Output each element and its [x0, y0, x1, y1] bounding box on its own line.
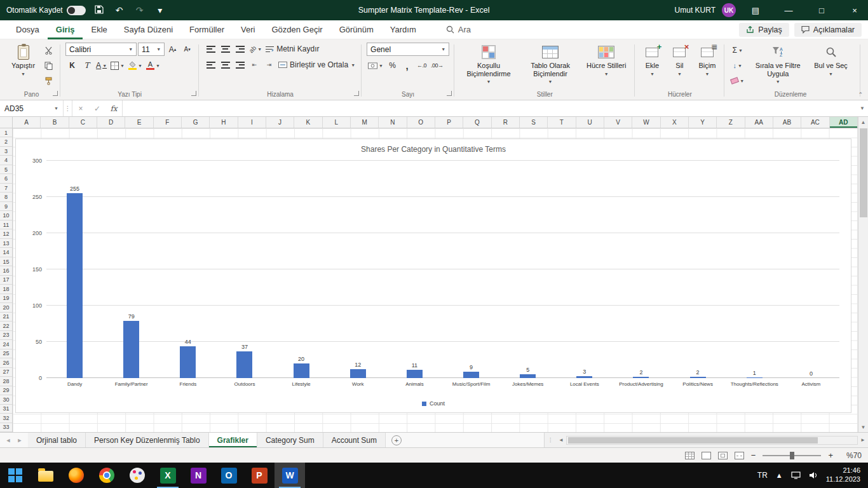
- chart-bar[interactable]: 2: [690, 377, 706, 378]
- row-header-11[interactable]: 11: [0, 220, 12, 229]
- ribbon-tab-g-zden-ge-ir[interactable]: Gözden Geçir: [263, 20, 330, 39]
- volume-icon[interactable]: [809, 471, 818, 479]
- copy-icon[interactable]: [42, 59, 55, 72]
- align-middle-icon[interactable]: [219, 43, 232, 55]
- sheet-tab-orjinal-tablo[interactable]: Orjinal tablo: [28, 433, 86, 447]
- cell-styles-button[interactable]: Hücre Stilleri ▼: [583, 43, 630, 79]
- ribbon-display-options-icon[interactable]: ▤: [742, 0, 769, 20]
- chart-bar[interactable]: 44: [180, 346, 196, 378]
- scroll-right-icon[interactable]: ►: [858, 437, 868, 443]
- row-header-8[interactable]: 8: [0, 193, 12, 201]
- merge-center-button[interactable]: Birleştir ve Ortala ▼: [277, 58, 356, 71]
- delete-cells-button[interactable]: Sil ▼: [667, 43, 691, 79]
- scroll-left-icon[interactable]: ◄: [556, 437, 566, 443]
- network-icon[interactable]: [791, 471, 801, 479]
- column-header-ac[interactable]: AC: [801, 117, 829, 128]
- insert-function-icon[interactable]: fx: [105, 100, 122, 116]
- row-header-28[interactable]: 28: [0, 377, 12, 386]
- redo-icon[interactable]: ↷: [133, 5, 147, 15]
- row-header-30[interactable]: 30: [0, 395, 12, 404]
- hidden-icons-chevron[interactable]: ▲: [776, 471, 783, 479]
- row-header-3[interactable]: 3: [0, 147, 12, 156]
- chart-bar[interactable]: 12: [350, 369, 366, 378]
- column-header-w[interactable]: W: [632, 117, 660, 128]
- customize-toolbar-icon[interactable]: ▾: [153, 5, 167, 15]
- ribbon-tab-sayfa-d-zeni[interactable]: Sayfa Düzeni: [116, 20, 181, 39]
- row-header-22[interactable]: 22: [0, 322, 12, 330]
- fill-color-button[interactable]: ▼: [127, 59, 144, 72]
- column-header-k[interactable]: K: [294, 117, 322, 128]
- save-icon[interactable]: [92, 5, 106, 16]
- vertical-scroll-thumb[interactable]: [860, 128, 867, 217]
- autosum-button[interactable]: Σ▼: [729, 44, 745, 57]
- sheet-tab-category-sum[interactable]: Category Sum: [257, 433, 323, 447]
- taskbar-app-file-explorer[interactable]: [31, 463, 61, 488]
- sheet-canvas[interactable]: Shares Per Category in Quantitative Term…: [13, 128, 858, 432]
- vertical-scrollbar[interactable]: ▲ ▼: [858, 117, 868, 432]
- chart-bar[interactable]: 1: [747, 377, 763, 378]
- expand-formula-bar-icon[interactable]: ▼: [857, 100, 868, 116]
- taskbar-app-chrome[interactable]: [92, 463, 122, 488]
- format-cells-button[interactable]: Biçim ▼: [695, 43, 719, 79]
- undo-icon[interactable]: ↶: [112, 5, 126, 15]
- orientation-icon[interactable]: ab▼: [248, 43, 263, 55]
- zoom-level[interactable]: %70: [840, 451, 862, 460]
- zoom-slider[interactable]: [763, 455, 821, 456]
- row-header-21[interactable]: 21: [0, 313, 12, 322]
- find-select-button[interactable]: Bul ve Seç ▼: [810, 43, 851, 79]
- format-as-table-button[interactable]: Tablo Olarak Biçimlendir ▼: [521, 43, 580, 86]
- enter-icon[interactable]: ✓: [89, 100, 105, 116]
- column-header-r[interactable]: R: [492, 117, 520, 128]
- minimize-button[interactable]: —: [775, 0, 802, 20]
- avatar[interactable]: UK: [722, 3, 736, 17]
- column-header-o[interactable]: O: [407, 117, 435, 128]
- taskbar-app-powerpoint[interactable]: P: [244, 463, 275, 488]
- row-header-1[interactable]: 1: [0, 128, 12, 137]
- column-header-c[interactable]: C: [69, 117, 97, 128]
- column-header-y[interactable]: Y: [689, 117, 717, 128]
- autosave-control[interactable]: Otomatik Kaydet: [6, 6, 86, 15]
- row-header-16[interactable]: 16: [0, 266, 12, 275]
- column-header-ab[interactable]: AB: [773, 117, 801, 128]
- column-header-j[interactable]: J: [266, 117, 294, 128]
- autosave-toggle[interactable]: [67, 6, 86, 15]
- cut-icon[interactable]: [42, 44, 55, 57]
- row-header-23[interactable]: 23: [0, 331, 12, 340]
- column-header-i[interactable]: I: [238, 117, 266, 128]
- column-header-ad[interactable]: AD: [830, 117, 858, 128]
- sort-filter-button[interactable]: AZ Sırala ve Filtre Uygula ▼: [749, 43, 807, 86]
- increase-decimal-icon[interactable]: ←.0: [415, 59, 428, 72]
- row-header-14[interactable]: 14: [0, 248, 12, 257]
- language-indicator[interactable]: TR: [757, 471, 768, 480]
- column-header-m[interactable]: M: [351, 117, 379, 128]
- column-header-d[interactable]: D: [97, 117, 125, 128]
- chart[interactable]: Shares Per Category in Quantitative Term…: [15, 139, 851, 413]
- ribbon-tab-dosya[interactable]: Dosya: [8, 20, 48, 39]
- column-header-p[interactable]: P: [435, 117, 463, 128]
- column-header-u[interactable]: U: [576, 117, 604, 128]
- search-box[interactable]: Ara: [446, 25, 471, 34]
- row-header-27[interactable]: 27: [0, 368, 12, 377]
- row-header-26[interactable]: 26: [0, 358, 12, 367]
- horizontal-scroll-thumb[interactable]: [568, 437, 818, 444]
- formula-bar-handle[interactable]: ⋮: [64, 100, 72, 116]
- accounting-format-icon[interactable]: ▼: [367, 59, 384, 72]
- close-button[interactable]: ×: [841, 0, 868, 20]
- fill-button[interactable]: ↓▼: [729, 59, 745, 72]
- align-bottom-icon[interactable]: [233, 43, 247, 55]
- collapse-ribbon-icon[interactable]: ⌃: [858, 92, 863, 98]
- comments-button[interactable]: Açıklamalar: [794, 23, 862, 37]
- taskbar-app-start[interactable]: [0, 463, 31, 488]
- row-header-2[interactable]: 2: [0, 137, 12, 146]
- row-header-15[interactable]: 15: [0, 257, 12, 266]
- column-header-h[interactable]: H: [210, 117, 238, 128]
- column-header-a[interactable]: A: [13, 117, 41, 128]
- row-header-17[interactable]: 17: [0, 276, 12, 285]
- chart-bar[interactable]: 5: [520, 374, 536, 378]
- chart-bar[interactable]: 11: [407, 370, 423, 378]
- ribbon-tab-giri[interactable]: Giriş: [48, 20, 83, 39]
- bold-button[interactable]: K: [65, 59, 79, 72]
- page-break-view-icon[interactable]: [735, 452, 744, 459]
- column-header-b[interactable]: B: [41, 117, 69, 128]
- row-header-18[interactable]: 18: [0, 285, 12, 294]
